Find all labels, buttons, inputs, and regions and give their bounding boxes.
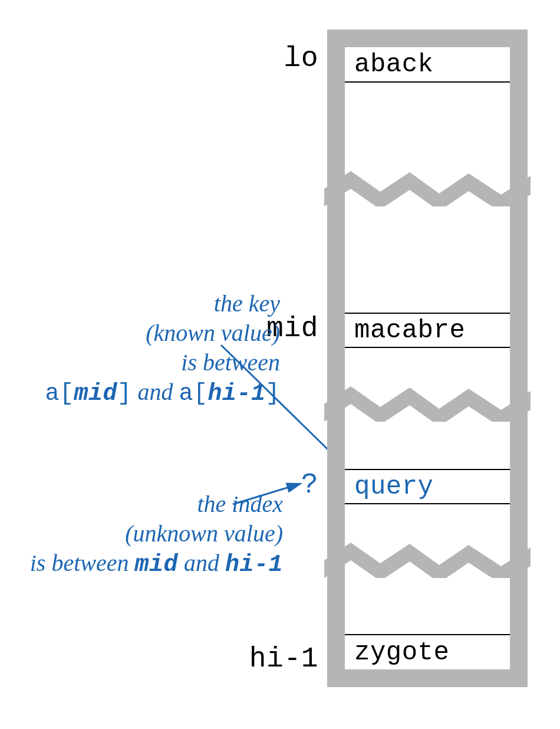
svg-line-1 (233, 484, 301, 504)
cell-query: query (345, 469, 510, 504)
anno2-line3: is between mid and hi-1 (0, 549, 283, 580)
cell-lo: aback (345, 47, 510, 83)
arrow-to-question (230, 478, 318, 513)
break-1 (324, 165, 531, 206)
cell-hi: zygote (345, 634, 510, 669)
anno2-line2: (unknown value) (0, 519, 283, 549)
anno1-line1: the key (0, 289, 280, 318)
break-3 (324, 537, 531, 578)
break-2 (324, 380, 531, 422)
array-column: aback macabre query zygote (327, 29, 528, 687)
label-hi-1: hi-1 (141, 643, 318, 675)
cell-mid: macabre (345, 313, 510, 348)
array-inner: aback macabre query zygote (345, 47, 510, 669)
label-lo: lo (141, 42, 318, 74)
